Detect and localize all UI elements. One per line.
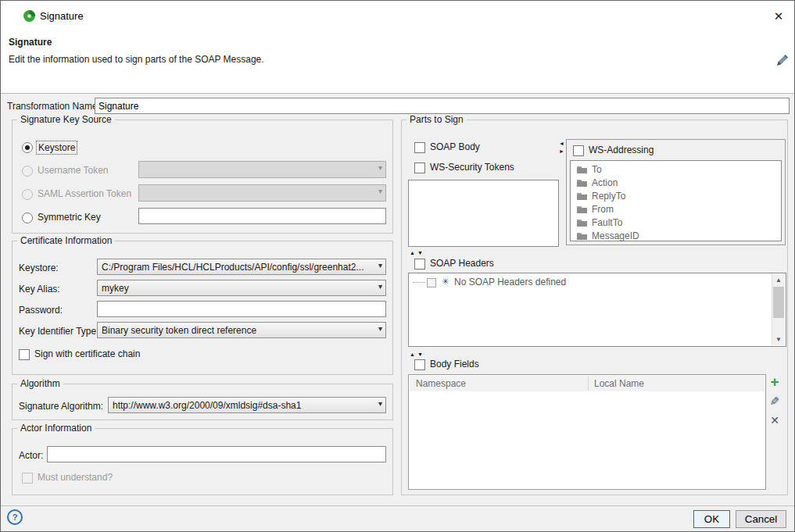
key-alias-label: Key Alias: (19, 283, 60, 295)
body-fields-table: Namespace Local Name (408, 374, 766, 490)
ws-security-tokens-checkbox[interactable] (414, 162, 425, 173)
ws-addressing-item-label: To (592, 164, 602, 175)
symmetric-key-radio[interactable] (22, 212, 33, 223)
signature-algorithm-combo-value: http://www.w3.org/2000/09/xmldsig#dsa-sh… (113, 400, 371, 411)
scroll-down-icon[interactable]: ▼ (772, 334, 785, 345)
symmetric-key-input[interactable] (138, 208, 386, 224)
chevron-down-icon: ▾ (378, 399, 382, 408)
ws-addressing-item-to[interactable]: To (571, 162, 781, 176)
delete-icon[interactable]: ✕ (768, 413, 782, 427)
signature-key-source-title: Signature Key Source (17, 114, 115, 125)
sign-chain-checkbox-label[interactable]: Sign with certificate chain (34, 348, 140, 360)
chevron-down-icon: ▾ (378, 324, 382, 333)
body-fields-checkbox[interactable] (414, 359, 425, 370)
signature-dialog: Signature ✕ Signature Edit the informati… (0, 0, 795, 532)
key-identifier-type-combo-value: Binary security token direct reference (102, 325, 371, 336)
keystore-radio-label[interactable]: Keystore (36, 141, 77, 155)
soap-headers-scrollbar[interactable]: ▲ ▼ (772, 274, 785, 345)
folder-icon (577, 165, 587, 173)
body-fields-checkbox-label[interactable]: Body Fields (430, 358, 479, 370)
actor-information-group: Actor Information Actor: Must understand… (12, 428, 393, 495)
ws-security-tokens-checkbox-label[interactable]: WS-Security Tokens (430, 161, 514, 173)
chevron-down-icon: ▾ (378, 187, 382, 195)
column-header-local-name: Local Name (594, 377, 644, 390)
username-token-radio (22, 166, 33, 177)
symmetric-key-radio-label[interactable]: Symmetric Key (38, 211, 101, 223)
soap-headers-checkbox-label[interactable]: SOAP Headers (430, 257, 494, 270)
ws-addressing-checkbox-label[interactable]: WS-Addressing (589, 144, 654, 156)
ws-addressing-item-replyto[interactable]: ReplyTo (571, 189, 781, 202)
window-title: Signature (40, 10, 84, 22)
security-tokens-list[interactable] (408, 180, 559, 247)
key-identifier-type-combo[interactable]: Binary security token direct reference ▾ (97, 322, 386, 338)
signature-key-source-group: Signature Key Source Keystore Username T… (12, 120, 393, 234)
ok-button[interactable]: OK (693, 510, 730, 528)
password-input[interactable] (97, 301, 386, 317)
ws-addressing-checkbox[interactable] (573, 145, 584, 156)
ws-addressing-item-faultto[interactable]: FaultTo (571, 216, 781, 229)
folder-icon (577, 205, 587, 213)
ws-addressing-item-label: ReplyTo (592, 191, 625, 202)
certificate-information-group: Certificate Information Keystore: C:/Pro… (12, 241, 393, 375)
keystore-combo-value: C:/Program Files/HCL/HCLProducts/API/con… (102, 262, 371, 273)
ws-addressing-panel: WS-Addressing To Action ReplyTo From (566, 139, 786, 245)
ws-addressing-item-from[interactable]: From (571, 202, 781, 216)
edit-pencil-icon[interactable]: ✎ (768, 395, 782, 409)
keystore-label: Keystore: (19, 262, 59, 274)
algorithm-group: Algorithm Signature Algorithm: http://ww… (12, 384, 393, 420)
saml-token-radio (22, 189, 33, 200)
header-title: Signature (9, 37, 52, 48)
signature-pen-icon (775, 52, 790, 70)
ws-addressing-item-label: From (592, 204, 614, 215)
ws-addressing-item-label: Action (592, 177, 618, 188)
splitter-collapse-up-icon[interactable]: ▲ (410, 352, 415, 357)
parts-to-sign-title: Parts to Sign (406, 114, 467, 125)
ws-addressing-list: To Action ReplyTo From FaultTo (570, 160, 782, 241)
soap-body-checkbox-label[interactable]: SOAP Body (430, 141, 480, 153)
splitter-expand-down-icon[interactable]: ▼ (417, 352, 423, 357)
dialog-header: Signature Edit the information used to s… (1, 31, 794, 94)
tree-node-icon: ✳ (442, 277, 449, 287)
body-fields-table-body[interactable] (410, 391, 765, 488)
splitter-expand-right-icon[interactable]: ► (559, 148, 564, 154)
cancel-button[interactable]: Cancel (736, 510, 786, 528)
ws-addressing-item-action[interactable]: Action (571, 176, 781, 189)
ws-addressing-item-label: MessageID (592, 230, 639, 241)
header-description: Edit the information used to sign parts … (9, 54, 264, 65)
help-icon[interactable]: ? (7, 509, 23, 525)
chevron-down-icon: ▾ (378, 163, 382, 172)
scroll-up-icon[interactable]: ▲ (772, 274, 785, 286)
keystore-radio[interactable] (22, 142, 33, 153)
sign-chain-checkbox[interactable] (19, 349, 30, 360)
must-understand-checkbox (22, 473, 33, 484)
signature-algorithm-combo[interactable]: http://www.w3.org/2000/09/xmldsig#dsa-sh… (108, 397, 386, 413)
splitter-expand-down-icon[interactable]: ▼ (417, 250, 423, 255)
soap-headers-empty-text: No SOAP Headers defined (454, 277, 566, 287)
key-alias-combo[interactable]: mykey ▾ (97, 280, 386, 296)
password-label: Password: (19, 304, 63, 316)
chevron-down-icon: ▾ (378, 282, 382, 291)
parts-to-sign-group: Parts to Sign SOAP Body WS-Security Toke… (401, 120, 788, 495)
username-token-radio-label: Username Token (38, 164, 109, 177)
splitter-collapse-up-icon[interactable]: ▲ (410, 250, 415, 255)
add-icon[interactable]: + (768, 375, 782, 389)
close-icon[interactable]: ✕ (770, 8, 787, 25)
column-header-namespace: Namespace (416, 377, 466, 390)
actor-input[interactable] (47, 446, 386, 462)
username-token-combo: ▾ (138, 161, 386, 178)
ws-addressing-item-messageid[interactable]: MessageID (571, 229, 781, 242)
title-bar: Signature ✕ (1, 1, 794, 31)
actor-label: Actor: (19, 449, 43, 462)
key-identifier-type-label: Key Identifier Type: (19, 325, 99, 337)
folder-icon (577, 178, 587, 187)
soap-body-checkbox[interactable] (414, 142, 425, 153)
keystore-combo[interactable]: C:/Program Files/HCL/HCLProducts/API/con… (97, 259, 386, 275)
saml-token-radio-label: SAML Assertion Token (38, 187, 131, 200)
actor-information-title: Actor Information (17, 423, 95, 434)
splitter-collapse-left-icon[interactable]: ◄ (559, 141, 564, 146)
scrollbar-thumb[interactable] (773, 287, 784, 318)
transformation-name-input[interactable] (95, 98, 790, 114)
soap-headers-checkbox[interactable] (414, 259, 425, 270)
soap-header-node-checkbox[interactable] (427, 278, 436, 287)
body-fields-table-header: Namespace Local Name (410, 376, 765, 392)
